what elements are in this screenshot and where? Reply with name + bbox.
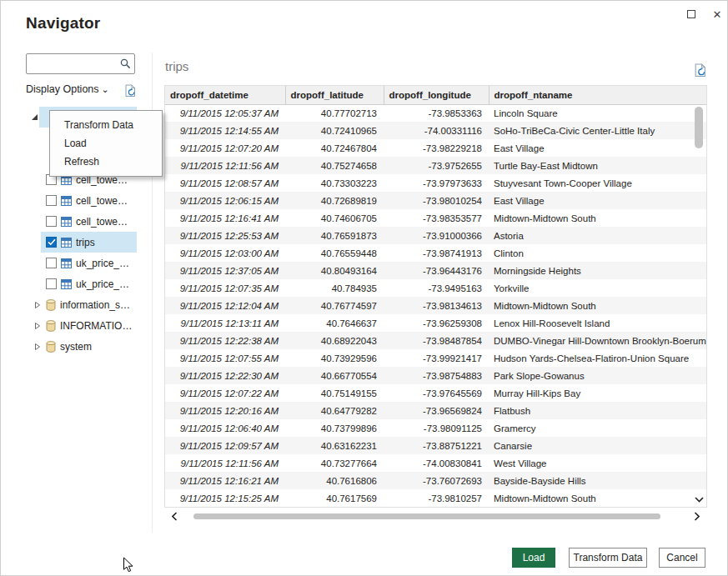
scroll-left-icon[interactable] xyxy=(172,512,178,521)
table-cell: 9/11/2015 12:13:11 AM xyxy=(165,314,285,332)
maximize-button[interactable] xyxy=(680,4,702,24)
vertical-scrollbar[interactable] xyxy=(693,105,705,506)
table-cell: 40.66770554 xyxy=(285,367,384,384)
table-cell: 9/11/2015 12:07:55 AM xyxy=(165,349,285,367)
table-cell: -73.91000366 xyxy=(384,227,489,244)
maximize-icon xyxy=(687,10,695,18)
table-cell: 9/11/2015 12:11:56 AM xyxy=(165,157,285,174)
table-row: 9/11/2015 12:11:56 AM40.73277664-74.0083… xyxy=(165,454,706,472)
table-cell: Turtle Bay-East Midtown xyxy=(489,157,706,174)
table-cell: 9/11/2015 12:12:04 AM xyxy=(165,297,285,314)
display-options-row: Display Options⌄ xyxy=(26,83,137,100)
table-cell: -73.96569824 xyxy=(384,402,489,419)
tree-item-uk-price[interactable]: uk_price_… xyxy=(26,273,137,294)
table-cell: 9/11/2015 12:16:21 AM xyxy=(165,472,285,489)
vertical-scrollbar-thumb[interactable] xyxy=(695,107,703,148)
database-icon xyxy=(46,320,56,332)
table-cell: Flatbush xyxy=(489,402,706,419)
table-cell: -73.9495163 xyxy=(384,279,489,297)
table-cell: -73.97973633 xyxy=(384,174,489,192)
table-cell: Midtown-Midtown South xyxy=(489,209,706,227)
table-row: 9/11/2015 12:07:55 AM40.73929596-73.9992… xyxy=(165,349,706,367)
transform-data-button[interactable]: Transform Data xyxy=(569,548,647,568)
search-icon[interactable] xyxy=(120,58,131,69)
tree-item-cell-towe[interactable]: cell_towe… xyxy=(26,190,137,211)
checkbox-unchecked[interactable] xyxy=(46,258,57,268)
refresh-list-icon[interactable] xyxy=(124,84,137,98)
menu-item-refresh[interactable]: Refresh xyxy=(50,153,162,171)
horizontal-scrollbar-thumb[interactable] xyxy=(193,513,660,519)
cancel-button[interactable]: Cancel xyxy=(659,548,705,568)
table-row: 9/11/2015 12:13:11 AM40.7646637-73.96259… xyxy=(165,314,706,332)
checkbox-unchecked[interactable] xyxy=(46,195,57,206)
close-button[interactable]: ✕ xyxy=(706,4,728,24)
table-row: 9/11/2015 12:08:57 AM40.73303223-73.9797… xyxy=(165,174,706,192)
collapsed-arrow-icon[interactable] xyxy=(34,343,41,351)
scroll-down-icon[interactable] xyxy=(695,497,704,503)
refresh-preview-icon[interactable] xyxy=(694,63,707,78)
table-cell: 9/11/2015 12:07:35 AM xyxy=(165,279,285,297)
tree-item-label: trips xyxy=(76,237,95,248)
table-cell: SoHo-TriBeCa-Civic Center-Little Italy xyxy=(489,122,706,139)
table-row: 9/11/2015 12:15:25 AM40.7617569-73.98102… xyxy=(165,489,706,507)
collapsed-arrow-icon[interactable] xyxy=(34,322,41,330)
collapsed-arrow-icon[interactable] xyxy=(34,301,41,309)
preview-title: trips xyxy=(165,59,188,73)
checkbox-unchecked[interactable] xyxy=(46,278,57,289)
tree-item-cell-towe[interactable]: cell_towe… xyxy=(26,211,137,232)
tree-folder-system[interactable]: system xyxy=(26,336,137,357)
preview-table: dropoff_datetimedropoff_latitudedropoff_… xyxy=(164,85,707,508)
table-cell: -73.98229218 xyxy=(384,139,489,157)
table-cell: 9/11/2015 12:07:20 AM xyxy=(165,139,285,157)
table-cell: -73.9810257 xyxy=(384,489,489,507)
table-cell: 9/11/2015 12:11:56 AM xyxy=(165,454,285,472)
scroll-right-icon[interactable] xyxy=(694,512,700,521)
table-cell: 40.73799896 xyxy=(285,419,384,437)
menu-item-transform-data[interactable]: Transform Data xyxy=(50,116,162,134)
checkbox-checked[interactable] xyxy=(46,237,57,248)
table-cell: 9/11/2015 12:22:38 AM xyxy=(165,332,285,349)
table-cell: -73.98487854 xyxy=(384,332,489,349)
column-header-dropoff-datetime[interactable]: dropoff_datetime xyxy=(165,86,285,104)
table-cell: Lincoln Square xyxy=(489,104,706,122)
expanded-arrow-icon[interactable] xyxy=(31,113,38,121)
table-cell: 40.75149155 xyxy=(285,384,384,402)
table-cell: -73.98741913 xyxy=(384,244,489,262)
table-cell: 40.76591873 xyxy=(285,227,384,244)
load-button[interactable]: Load xyxy=(512,548,555,568)
context-menu: Transform DataLoadRefresh xyxy=(49,110,163,177)
table-cell: Bayside-Bayside Hills xyxy=(489,472,706,489)
table-cell: East Village xyxy=(489,192,706,209)
tree-folder-label: system xyxy=(60,341,92,353)
tree-item-uk-price[interactable]: uk_price_… xyxy=(26,253,137,273)
table-cell: 40.74606705 xyxy=(285,209,384,227)
table-icon xyxy=(61,258,72,268)
column-header-dropoff-longitude[interactable]: dropoff_longitude xyxy=(384,86,489,104)
table-row: 9/11/2015 12:25:53 AM40.76591873-73.9100… xyxy=(165,227,706,244)
table-row: 9/11/2015 12:14:55 AM40.72410965-74.0033… xyxy=(165,122,706,139)
search-input[interactable] xyxy=(31,56,116,72)
display-options-dropdown[interactable]: Display Options⌄ xyxy=(26,83,109,95)
table-cell: -73.98010254 xyxy=(384,192,489,209)
table-row: 9/11/2015 12:11:56 AM40.75274658-73.9752… xyxy=(165,157,706,174)
table-row: 9/11/2015 12:06:40 AM40.73799896-73.9809… xyxy=(165,419,706,437)
table-cell: 9/11/2015 12:03:00 AM xyxy=(165,244,285,262)
display-options-label: Display Options xyxy=(26,83,99,95)
tree-item-trips[interactable]: trips xyxy=(26,232,137,253)
tree-folder-informatio[interactable]: INFORMATIO… xyxy=(26,315,137,336)
tree-folder-information-s[interactable]: information_s… xyxy=(26,294,137,315)
menu-item-load[interactable]: Load xyxy=(50,134,162,153)
table-cell: -73.88751221 xyxy=(384,437,489,454)
column-header-dropoff-latitude[interactable]: dropoff_latitude xyxy=(285,86,384,104)
table-cell: 9/11/2015 12:05:37 AM xyxy=(165,104,285,122)
table-cell: 40.76559448 xyxy=(285,244,384,262)
column-header-dropoff-ntaname[interactable]: dropoff_ntaname xyxy=(489,86,706,104)
table-cell: -73.98754883 xyxy=(384,367,489,384)
table-row: 9/11/2015 12:22:30 AM40.66770554-73.9875… xyxy=(165,367,706,384)
tree-item-label: uk_price_… xyxy=(76,258,129,269)
table-cell: 9/11/2015 12:16:41 AM xyxy=(165,209,285,227)
checkbox-unchecked[interactable] xyxy=(46,216,57,227)
table-cell: Murray Hill-Kips Bay xyxy=(489,384,706,402)
table-cell: Park Slope-Gowanus xyxy=(489,367,706,384)
horizontal-scrollbar[interactable] xyxy=(165,509,706,523)
